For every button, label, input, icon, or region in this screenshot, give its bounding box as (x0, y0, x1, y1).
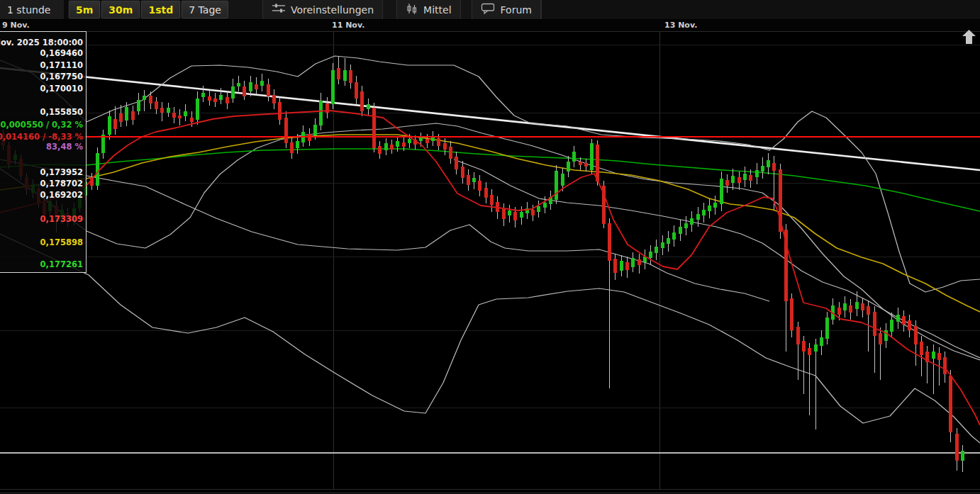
info-panel-row: 0,155850 (40, 107, 83, 117)
candle-down (113, 119, 117, 129)
candle-down (772, 163, 776, 171)
candle-down (861, 303, 864, 310)
forum-button[interactable]: Forum (472, 0, 541, 19)
candle-up (143, 96, 146, 100)
candle-down (355, 82, 358, 99)
candle-down (149, 96, 152, 103)
date-axis-row: 9 Nov.11 Nov.13 Nov. (0, 20, 980, 31)
candle-down (790, 298, 794, 330)
candle-down (443, 143, 447, 150)
candle-down (461, 167, 464, 178)
presets-label: Voreinstellungen (291, 4, 374, 16)
toolbar-spacer (229, 0, 262, 19)
candle-down (873, 312, 876, 336)
candle-down (467, 175, 470, 185)
candle-down (290, 142, 294, 153)
candle-up (184, 111, 187, 116)
candle-down (478, 181, 481, 191)
price-chart[interactable] (0, 0, 980, 494)
ma-red (0, 111, 980, 425)
scroll-to-latest-icon[interactable] (962, 30, 976, 44)
indicator-lines-back (0, 56, 980, 443)
candle-up (167, 108, 170, 113)
candle-up (696, 214, 700, 220)
info-panel-row: 0,173309 (40, 214, 83, 224)
candle-up (690, 218, 694, 225)
candle-up (731, 176, 735, 183)
candlestick-icon (406, 3, 418, 17)
candle-up (720, 179, 723, 204)
candle-up (590, 143, 594, 170)
candle-down (579, 162, 582, 165)
candle-down (955, 434, 959, 461)
candle-up (825, 318, 829, 339)
candle-up (96, 153, 99, 186)
candle-up (679, 227, 682, 234)
candle-down (796, 327, 800, 344)
candle-down (449, 147, 452, 159)
toolbar-separator (64, 0, 68, 19)
candle-down (390, 145, 394, 150)
candle-up (319, 101, 323, 125)
candle-up (396, 141, 399, 147)
candle-up (137, 100, 140, 111)
candle-down (213, 99, 217, 102)
info-panel-row: 0,178702 (40, 179, 83, 189)
range-button-7tage[interactable]: 7 Tage (182, 1, 228, 18)
candle-down (737, 177, 741, 183)
candle-down (608, 223, 611, 261)
candle-down (337, 68, 340, 79)
candle-up (219, 95, 223, 100)
chat-bubble-icon (481, 3, 496, 16)
candle-up (820, 337, 823, 346)
candle-up (661, 242, 664, 248)
candle-up (313, 125, 317, 135)
candle-up (890, 320, 893, 332)
candle-up (667, 238, 670, 244)
forum-label: Forum (501, 4, 532, 16)
info-panel-row: 0,175898 (40, 237, 83, 247)
candle-up (620, 261, 623, 271)
candle-up (708, 206, 711, 211)
candle-up (125, 107, 128, 120)
candle-down (879, 333, 882, 344)
candle-down (849, 305, 852, 313)
candle-up (331, 70, 335, 104)
info-panel-row: 0,177261 (40, 259, 83, 269)
candle-up (631, 258, 635, 267)
candle-up (520, 212, 523, 218)
info-panel-row: 0,169460 (40, 48, 83, 58)
candle-down (372, 108, 376, 148)
candle-down (225, 97, 229, 103)
candle-up (249, 82, 252, 91)
candle-down (802, 341, 806, 352)
interval-button-5m[interactable]: 5m (69, 1, 100, 18)
candle-down (267, 84, 270, 96)
candle-down (160, 108, 164, 113)
candle-down (513, 212, 517, 220)
candle-down (637, 259, 641, 265)
toolbar: 1 stunde 5m 30m 1std 7 Tage Voreinstellu… (0, 0, 980, 20)
presets-button[interactable]: Voreinstellungen (262, 0, 383, 19)
mittel-button[interactable]: Mittel (396, 0, 460, 19)
candle-down (255, 84, 258, 89)
interval-button-1std[interactable]: 1std (141, 1, 180, 18)
date-axis-label: 13 Nov. (664, 21, 697, 30)
toolbar-empty-area (541, 0, 980, 19)
candle-down (349, 70, 352, 83)
candle-up (743, 174, 747, 180)
toolbar-spacer (383, 0, 396, 19)
info-panel-row: -0,014160 / -8,33 % (0, 132, 83, 142)
info-panel-row: 0,171110 (40, 60, 83, 70)
candle-up (231, 86, 235, 99)
info-panel-row: 12 Nov. 2025 18:00:00 (0, 38, 83, 47)
candle-down (284, 118, 288, 143)
indicator-lines-front (0, 111, 980, 425)
candle-up (508, 210, 511, 215)
candle-up (761, 166, 764, 172)
candle-up (843, 303, 847, 310)
candle-up (260, 81, 264, 86)
interval-button-30m[interactable]: 30m (101, 1, 140, 18)
candle-up (543, 203, 547, 208)
info-panel-row: 0,169202 (40, 190, 83, 200)
